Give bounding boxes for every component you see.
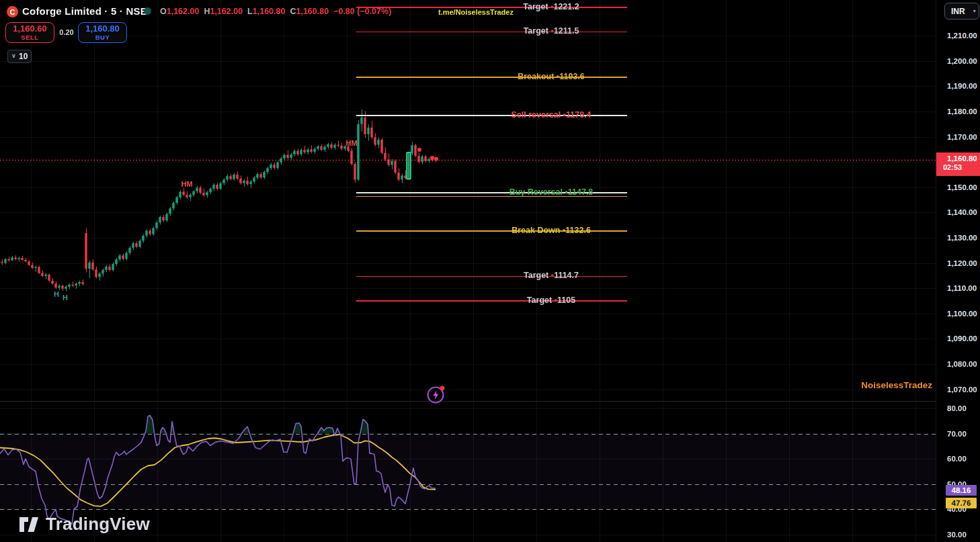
indicator-watermark: NoiselessTradez [861,380,932,390]
level-line-target-1105[interactable] [356,300,627,302]
low-label: L [247,7,253,16]
pattern-label-h: H [63,293,68,302]
level-label: Buy Reversal •1147.8 [509,187,594,197]
level-label: Sell reversal •1178.4 [511,110,591,120]
flash-alert-icon[interactable] [425,384,446,405]
level-name: Target [527,296,552,305]
last-price-badge: 1,160.80 02:53 [936,152,980,176]
level-name: Target [524,271,548,281]
rsi-value-badge: 48.16 [946,485,977,496]
high-value: 1,162.00 [210,7,243,16]
price-tick: 1,110.00 [947,284,977,292]
open-label: O [160,7,167,16]
level-value: 1193.6 [559,72,585,81]
tradingview-logo[interactable]: TradingView [19,514,150,535]
level-label: Target •1105 [527,296,575,305]
sell-label: SELL [21,34,38,41]
symbol-logo[interactable]: C [7,6,18,17]
price-tick: 1,210.00 [947,32,977,40]
level-label: Target •1211.5 [524,27,579,36]
rsi-tick: 60.00 [947,455,967,463]
level-value: 1211.5 [554,27,579,36]
pattern-label-hm: HM [181,180,192,188]
price-tick: 1,180.00 [947,107,977,116]
pane-separator[interactable] [0,401,936,402]
price-tick: 1,090.00 [947,334,977,343]
level-label: Breakout •1193.6 [518,72,585,81]
price-tick: 1,170.00 [947,133,977,141]
price-tick: 1,150.00 [947,183,977,191]
pattern-label-h: H [54,290,59,298]
price-axis[interactable]: INR ▾ 1,210.001,200.001,190.001,180.001,… [936,0,980,542]
quantity-value: 10 [19,52,28,61]
price-tick: 1,070.00 [947,386,977,394]
level-name: Sell reversal [511,110,561,120]
level-name: Buy Reversal [509,187,563,197]
rsi-tick: 30.00 [947,531,967,539]
open-value: 1,162.00 [167,7,200,16]
buy-price: 1,160.80 [85,24,120,34]
level-name: Break Down [512,226,560,236]
change-value: −0.80 (−0.07%) [333,7,391,16]
tradingview-chart-window: Target •1221.2Target •1211.5Breakout •11… [0,0,980,542]
level-value: 1105 [557,296,575,305]
level-value: 1221.2 [553,2,579,11]
rsi-ma-value-badge: 47.76 [946,498,977,508]
level-line-target-1114.7[interactable] [356,276,627,277]
low-value: 1,160.80 [253,7,286,16]
level-line-target-1211.5[interactable] [356,32,627,33]
level-name: Target [523,2,548,11]
price-tick: 1,120.00 [947,259,977,267]
rsi-tick: 70.00 [947,430,967,438]
quantity-selector[interactable]: ∨ 10 [7,50,32,63]
level-label: Target •1114.7 [524,271,579,281]
price-tick: 1,080.00 [947,360,977,368]
price-tick: 1,140.00 [947,208,977,216]
level-label: Target •1221.2 [523,2,579,11]
sell-price: 1,160.60 [13,24,47,34]
telegram-watermark: t.me/NoiselessTradez [438,8,514,16]
level-line-breakout-1193.6[interactable] [356,77,627,78]
price-tick: 1,200.00 [947,57,977,65]
currency-selector[interactable]: INR ▾ [944,3,979,19]
price-tick: 1,130.00 [947,234,977,242]
level-name: Target [524,27,548,36]
tradingview-logo-text: TradingView [46,514,150,535]
level-value: 1147.8 [568,187,594,197]
currency-label: INR [951,7,965,16]
chevron-down-icon: ∨ [11,52,16,59]
sell-button[interactable]: 1,160.60 SELL [5,22,54,43]
level-name: Breakout [518,72,554,81]
close-value: 1,160.80 [296,7,329,16]
chart-canvas[interactable] [0,0,936,542]
symbol-title[interactable]: Coforge Limited · 5 · NSE [22,5,147,17]
ohlc-values: O1,162.00H1,162.00L1,160.80C1,160.80−0.8… [160,7,396,16]
level-label: Break Down •1132.6 [512,226,591,236]
market-status-icon[interactable] [144,7,151,15]
pattern-label-hm: HM [345,139,357,147]
bar-countdown: 02:53 [943,163,980,171]
chevron-down-icon: ▾ [973,8,976,14]
level-value: 1114.7 [554,271,579,281]
level-value: 1178.4 [566,110,591,120]
tradingview-logo-icon [19,515,39,534]
price-tick: 1,100.00 [947,310,977,318]
buy-button[interactable]: 1,160.80 BUY [78,22,127,43]
spread-value: 0.20 [56,28,77,36]
rsi-tick: 80.00 [947,404,967,412]
buy-label: BUY [95,34,110,41]
level-value: 1132.6 [565,226,591,236]
last-price-value: 1,160.80 [947,154,980,163]
price-tick: 1,190.00 [947,82,977,90]
